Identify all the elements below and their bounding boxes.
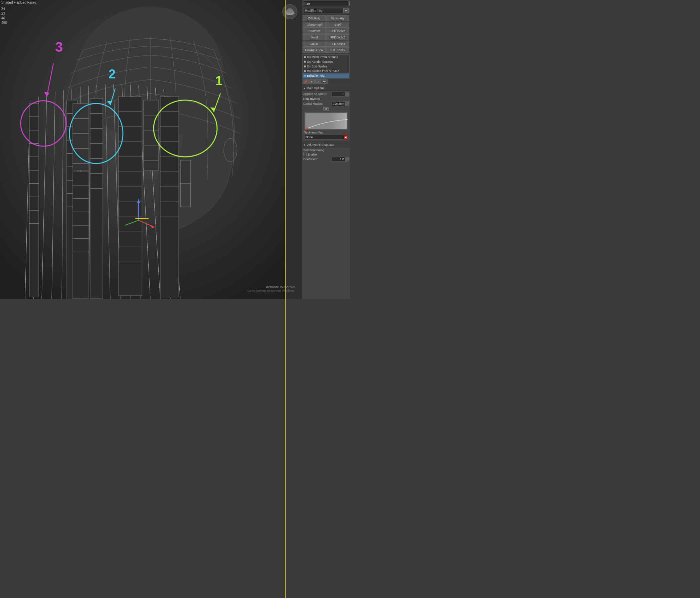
activate-windows-watermark: Activate Windows Go to Settings to activ… [248, 285, 295, 292]
self-shadowing-label: Self-Shadowing [303, 149, 349, 152]
thickness-map-picker-button[interactable]: ▣ [344, 135, 347, 139]
svg-point-106 [288, 8, 292, 9]
modifier-list-dropdown[interactable]: ▼ [343, 8, 349, 14]
thickness-map-input[interactable] [305, 135, 344, 139]
svg-rect-58 [144, 100, 159, 170]
stack-show-button[interactable]: 👁 [309, 79, 315, 84]
viewport-panel-separator [285, 0, 286, 299]
ffd-3x3x3-button[interactable]: FFD 3x3x3 [326, 34, 350, 41]
stack-item-ox-edit[interactable]: Ox Edit Guides [303, 64, 349, 69]
stack-item-ox-mesh[interactable]: Ox Mesh From Strands [303, 55, 349, 59]
coefficient-row: Coefficient: ▲ ▼ [303, 157, 349, 161]
svg-text:1: 1 [216, 74, 222, 88]
object-name-input[interactable] [303, 1, 348, 6]
spin-up[interactable]: ▲ [345, 101, 349, 104]
main-options-title: Main Options [306, 86, 324, 90]
applies-to-group-label: Applies To Group: [303, 93, 332, 96]
shell-button[interactable]: Shell [326, 22, 350, 28]
coefficient-label: Coefficient: [303, 157, 332, 161]
turbosmooth-button[interactable]: TurboSmooth [303, 22, 326, 28]
coefficient-spinner: ▲ ▼ [345, 157, 349, 161]
bend-button[interactable]: Bend [303, 34, 326, 41]
section-arrow: ▼ [303, 87, 306, 89]
stack-item-ox-render[interactable]: Ox Render Settings [303, 59, 349, 64]
applies-to-group-input[interactable] [332, 92, 345, 97]
spin-down[interactable]: ▼ [345, 104, 349, 106]
hair-radius-title: Hair Radius [303, 98, 349, 101]
svg-point-2 [224, 138, 237, 162]
svg-rect-51 [73, 172, 89, 299]
thickness-none-row: ▣ [305, 135, 347, 139]
spin-up[interactable]: ▲ [345, 157, 349, 159]
ffd-2x2x2-button[interactable]: FFD 2x2x2 [326, 28, 350, 34]
applies-to-group-spinner: ▲ ▼ [345, 92, 349, 97]
svg-text:3: 3 [55, 39, 63, 55]
stack-mode-button[interactable]: ✓ [315, 79, 321, 84]
modifier-stack: Ox Mesh From Strands Ox Render Settings … [303, 54, 349, 78]
stack-bullet-active [304, 75, 306, 77]
thickness-map-label: Thickness Map: [303, 131, 349, 134]
properties-panel: Modifier List ▼ Edit Poly Symmetry Turbo… [302, 0, 350, 299]
svg-rect-85 [180, 184, 190, 207]
stack-bullet [304, 56, 306, 58]
object-name-row [302, 0, 350, 7]
lathe-button[interactable]: Lathe [303, 41, 326, 47]
stack-bullet [304, 61, 306, 63]
main-options-header[interactable]: ▼ Main Options [302, 86, 350, 91]
stl-check-button[interactable]: STL Check [326, 47, 350, 53]
stack-bullet [304, 66, 306, 68]
viewport[interactable]: Shaded + Edged Faces 34 23 46 496 [0, 0, 302, 299]
enable-label: Enable [307, 153, 317, 156]
sync-button[interactable]: ↺ [323, 107, 329, 111]
global-radius-row: Global Radius: ▲ ▼ [303, 101, 349, 106]
spin-down[interactable]: ▼ [345, 94, 349, 97]
spin-up[interactable]: ▲ [345, 92, 349, 94]
svg-rect-20 [29, 103, 39, 297]
enable-checkbox[interactable]: ✓ [303, 153, 306, 156]
spin-down[interactable]: ▼ [345, 159, 349, 161]
viewport-stats: 34 23 46 496 [1, 7, 7, 25]
stack-camera-button[interactable]: 📷 [322, 79, 328, 84]
viewport-gizmo[interactable] [281, 3, 298, 20]
separator-2 [302, 141, 350, 142]
symmetry-button[interactable]: Symmetry [326, 15, 350, 21]
section-arrow-2: ▼ [303, 144, 306, 146]
volumetric-content: Self-Shadowing ✓ Enable Coefficient: ▲ ▼ [302, 148, 350, 163]
stack-pin-button[interactable]: 📌 [303, 79, 308, 84]
global-radius-spinner: ▲ ▼ [345, 101, 349, 106]
applies-to-group-row: Applies To Group: ▲ ▼ [303, 92, 349, 97]
stack-bullet [304, 70, 306, 72]
svg-text:2: 2 [108, 67, 116, 81]
unwrap-uvw-button[interactable]: Unwrap UVW [303, 47, 326, 53]
thickness-map-preview[interactable] [304, 112, 348, 130]
viewport-label: Shaded + Edged Faces [1, 1, 36, 4]
modifier-list-label: Modifier List [303, 8, 343, 14]
separator [302, 85, 350, 85]
stack-controls: 📌 👁 ✓ 📷 [302, 79, 350, 84]
ffd-4x4x4-button[interactable]: FFD 4x4x4 [326, 41, 350, 47]
volumetric-title: Volumetric Shadows [306, 143, 334, 147]
global-radius-label: Global Radius: [303, 102, 332, 105]
global-radius-input[interactable] [332, 101, 345, 106]
enable-row: ✓ Enable [303, 153, 349, 156]
svg-point-108 [306, 128, 308, 129]
volumetric-header[interactable]: ▼ Volumetric Shadows [302, 142, 350, 148]
stack-item-ox-guides[interactable]: Ox Guides from Surface [303, 69, 349, 73]
modifier-buttons-grid: Edit Poly Symmetry TurboSmooth Shell Cha… [302, 15, 350, 54]
chamfer-button[interactable]: Chamfer [303, 28, 326, 34]
svg-rect-46 [73, 103, 89, 170]
sync-row: ↺ [303, 107, 349, 111]
modifier-list-row: Modifier List ▼ [302, 7, 350, 15]
object-color-swatch[interactable] [349, 1, 350, 6]
edit-poly-button[interactable]: Edit Poly [303, 15, 326, 21]
coefficient-input[interactable] [332, 157, 345, 161]
stack-item-editable-poly[interactable]: Editable Poly [303, 73, 349, 78]
main-options-content: Applies To Group: ▲ ▼ Hair Radius Global… [302, 91, 350, 141]
